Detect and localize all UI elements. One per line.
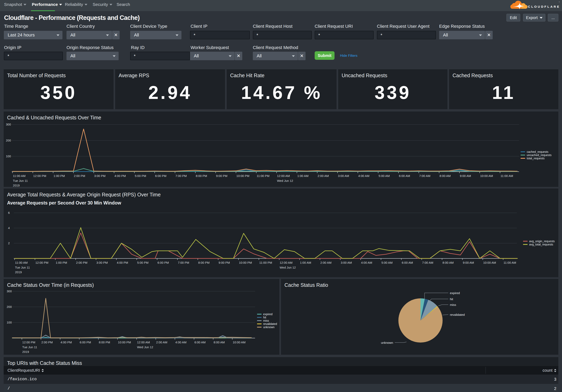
svg-text:10:00 AM: 10:00 AM xyxy=(480,174,493,178)
svg-text:7:00 PM: 7:00 PM xyxy=(175,174,187,178)
svg-text:revalidated: revalidated xyxy=(450,313,465,316)
svg-text:3:00 PM: 3:00 PM xyxy=(96,261,108,264)
svg-text:9:00 AM: 9:00 AM xyxy=(460,174,471,178)
svg-text:7:00 PM: 7:00 PM xyxy=(178,261,189,264)
svg-text:12:00 PM: 12:00 PM xyxy=(35,261,48,264)
svg-text:200: 200 xyxy=(7,305,12,309)
svg-text:11:00 AM: 11:00 AM xyxy=(503,261,516,264)
svg-text:2:00 AM: 2:00 AM xyxy=(318,174,329,178)
svg-text:cached_requests: cached_requests xyxy=(527,150,549,153)
svg-text:hit: hit xyxy=(263,316,266,319)
svg-text:avg_origin_requests: avg_origin_requests xyxy=(529,240,555,243)
svg-text:9:00 AM: 9:00 AM xyxy=(463,261,474,264)
svg-text:11:00 AM: 11:00 AM xyxy=(500,174,513,178)
svg-text:miss: miss xyxy=(450,303,456,306)
svg-text:8:00 AM: 8:00 AM xyxy=(442,261,454,264)
svg-text:12:00 AM: 12:00 AM xyxy=(280,261,292,264)
svg-text:2:00 AM: 2:00 AM xyxy=(320,261,331,264)
svg-text:expired: expired xyxy=(450,291,460,295)
svg-text:8:00 AM: 8:00 AM xyxy=(213,341,225,344)
svg-text:': ' xyxy=(559,1,560,4)
svg-text:12:00 AM: 12:00 AM xyxy=(277,174,290,178)
svg-text:11:00 PM: 11:00 PM xyxy=(259,261,272,264)
svg-text:6:00 PM: 6:00 PM xyxy=(158,261,169,264)
svg-text:10:00 PM: 10:00 PM xyxy=(118,341,131,344)
svg-text:11:00 AM: 11:00 AM xyxy=(15,261,28,264)
svg-text:6:00 AM: 6:00 AM xyxy=(399,174,410,178)
svg-text:Wed Jun 12: Wed Jun 12 xyxy=(277,179,293,183)
svg-text:10:00 PM: 10:00 PM xyxy=(236,174,249,178)
svg-text:2:00 PM: 2:00 PM xyxy=(76,261,87,264)
svg-text:2019: 2019 xyxy=(22,350,29,354)
svg-text:revalidated: revalidated xyxy=(263,322,277,325)
svg-text:9:00 PM: 9:00 PM xyxy=(219,261,230,264)
svg-text:9:00 PM: 9:00 PM xyxy=(216,174,227,178)
svg-text:6:00 AM: 6:00 AM xyxy=(194,341,206,344)
svg-text:Wed Jun 12: Wed Jun 12 xyxy=(280,266,296,269)
svg-text:4:00 PM: 4:00 PM xyxy=(117,261,128,264)
svg-text:11:00 PM: 11:00 PM xyxy=(257,174,269,178)
svg-text:uncached_requests: uncached_requests xyxy=(527,153,551,157)
svg-text:2: 2 xyxy=(8,242,10,245)
svg-text:1:00 PM: 1:00 PM xyxy=(56,261,67,264)
svg-text:2:00 AM: 2:00 AM xyxy=(156,341,167,344)
svg-text:avg_total_requests: avg_total_requests xyxy=(529,243,553,246)
svg-text:expired: expired xyxy=(263,312,272,316)
svg-text:2019: 2019 xyxy=(15,270,22,274)
svg-text:10:00 AM: 10:00 AM xyxy=(233,341,246,344)
svg-text:total_requests: total_requests xyxy=(527,157,545,160)
svg-text:5:00 PM: 5:00 PM xyxy=(135,174,146,178)
svg-text:Tue Jun 11: Tue Jun 11 xyxy=(13,179,28,183)
svg-text:Wed Jun 12: Wed Jun 12 xyxy=(137,345,153,349)
svg-text:300: 300 xyxy=(6,123,11,126)
svg-text:3:00 AM: 3:00 AM xyxy=(338,174,349,178)
svg-text:11:00 AM: 11:00 AM xyxy=(13,174,25,178)
svg-text:unknown: unknown xyxy=(381,341,393,344)
svg-text:8:00 PM: 8:00 PM xyxy=(196,174,207,178)
svg-text:6:00 AM: 6:00 AM xyxy=(402,261,413,264)
svg-text:hit: hit xyxy=(450,297,453,301)
svg-text:8:00 AM: 8:00 AM xyxy=(440,174,451,178)
svg-text:4: 4 xyxy=(8,226,10,230)
svg-text:3:00 PM: 3:00 PM xyxy=(94,174,105,178)
svg-text:2019: 2019 xyxy=(13,184,20,187)
svg-text:200: 200 xyxy=(6,139,11,142)
svg-text:12:00 AM: 12:00 AM xyxy=(137,341,150,344)
svg-text:12:00 PM: 12:00 PM xyxy=(22,341,35,344)
svg-text:12:00 PM: 12:00 PM xyxy=(33,174,46,178)
svg-text:2:00 PM: 2:00 PM xyxy=(41,341,53,344)
svg-text:4:00 AM: 4:00 AM xyxy=(361,261,372,264)
svg-text:4:00 PM: 4:00 PM xyxy=(115,174,126,178)
svg-text:4:00 AM: 4:00 AM xyxy=(175,341,187,344)
svg-text:7:00 AM: 7:00 AM xyxy=(419,174,430,178)
svg-text:3:00 AM: 3:00 AM xyxy=(341,261,352,264)
svg-text:5:00 AM: 5:00 AM xyxy=(381,261,393,264)
svg-text:Tue Jun 11: Tue Jun 11 xyxy=(22,345,37,349)
svg-text:10:00 AM: 10:00 AM xyxy=(483,261,496,264)
svg-text:4:00 AM: 4:00 AM xyxy=(358,174,369,178)
svg-text:6: 6 xyxy=(8,211,10,214)
svg-text:100: 100 xyxy=(6,154,11,158)
svg-text:CLOUDFLARE: CLOUDFLARE xyxy=(528,5,560,8)
svg-text:miss: miss xyxy=(263,319,269,322)
svg-text:5:00 PM: 5:00 PM xyxy=(137,261,148,264)
svg-text:7:00 AM: 7:00 AM xyxy=(422,261,433,264)
svg-text:8:00 PM: 8:00 PM xyxy=(99,341,110,344)
svg-text:100: 100 xyxy=(7,321,12,324)
svg-text:5:00 AM: 5:00 AM xyxy=(378,174,390,178)
svg-text:4:00 PM: 4:00 PM xyxy=(61,341,72,344)
svg-text:6:00 PM: 6:00 PM xyxy=(155,174,166,178)
svg-text:1:00 AM: 1:00 AM xyxy=(297,174,308,178)
svg-text:1:00 PM: 1:00 PM xyxy=(54,174,65,178)
svg-text:unknown: unknown xyxy=(263,325,274,329)
svg-text:2:00 PM: 2:00 PM xyxy=(74,174,85,178)
svg-text:Tue Jun 11: Tue Jun 11 xyxy=(15,266,30,269)
svg-text:10:00 PM: 10:00 PM xyxy=(239,261,252,264)
svg-text:1:00 AM: 1:00 AM xyxy=(300,261,311,264)
svg-text:6:00 PM: 6:00 PM xyxy=(80,341,91,344)
svg-text:300: 300 xyxy=(7,289,12,293)
svg-text:8:00 PM: 8:00 PM xyxy=(198,261,210,264)
